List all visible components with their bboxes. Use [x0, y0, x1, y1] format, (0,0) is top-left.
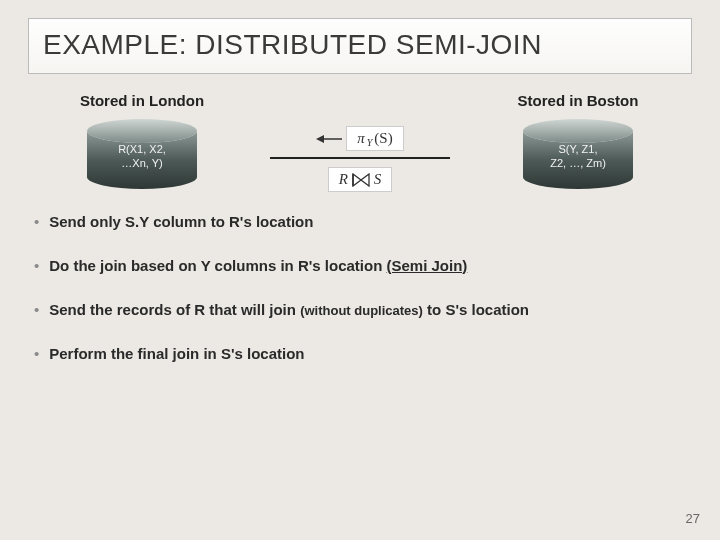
projection-formula: π Y (S) [346, 126, 403, 151]
diagram-row: Stored in London [28, 92, 692, 191]
svg-marker-3 [353, 174, 361, 186]
join-left-rel: R [339, 171, 348, 188]
bullet-2-mid: (without duplicates) [300, 303, 423, 318]
relation-s-line1: S(Y, Z1, [559, 143, 598, 155]
svg-marker-4 [361, 174, 369, 186]
pi-argument: (S) [374, 130, 392, 147]
middle-column: π Y (S) R S [260, 126, 460, 192]
left-column: Stored in London [32, 92, 252, 191]
pi-subscript: Y [367, 137, 373, 148]
connector-line [270, 157, 450, 159]
bullet-2-suffix: to S's location [423, 301, 529, 318]
arrow-left-icon [316, 133, 342, 145]
relation-s-text: S(Y, Z1, Z2, …, Zm) [550, 137, 606, 171]
slide-title-box: EXAMPLE: DISTRIBUTED SEMI-JOIN [28, 18, 692, 74]
svg-marker-2 [316, 135, 324, 143]
slide-title: EXAMPLE: DISTRIBUTED SEMI-JOIN [43, 29, 677, 61]
bullet-item: Send only S.Y column to R's location [34, 213, 692, 231]
bullet-list: Send only S.Y column to R's location Do … [28, 213, 692, 363]
cylinder-s: S(Y, Z1, Z2, …, Zm) [518, 117, 638, 191]
right-location-label: Stored in Boston [518, 92, 639, 109]
join-right-rel: S [374, 171, 382, 188]
semijoin-formula: R S [328, 167, 393, 192]
relation-r-text: R(X1, X2, …Xn, Y) [118, 137, 166, 171]
semijoin-icon [352, 173, 370, 187]
bullet-item: Do the join based on Y columns in R's lo… [34, 257, 692, 275]
right-column: Stored in Boston S(Y, Z1, Z2, …, Zm) [468, 92, 688, 191]
page-number: 27 [686, 511, 700, 526]
bullet-item: Send the records of R that will join (wi… [34, 301, 692, 319]
projection-row: π Y (S) [316, 126, 403, 151]
bullet-item: Perform the final join in S's location [34, 345, 692, 363]
bullet-3-text: Perform the final join in S's location [49, 345, 304, 362]
bullet-1-emph: (Semi Join) [387, 257, 468, 274]
bullet-1-prefix: Do the join based on Y columns in R's lo… [49, 257, 386, 274]
relation-r-line2: …Xn, Y) [121, 157, 162, 169]
relation-s-line2: Z2, …, Zm) [550, 157, 606, 169]
left-location-label: Stored in London [80, 92, 204, 109]
bullet-0-text: Send only S.Y column to R's location [49, 213, 313, 230]
relation-r-line1: R(X1, X2, [118, 143, 166, 155]
cylinder-r: R(X1, X2, …Xn, Y) [82, 117, 202, 191]
bullet-2-prefix: Send the records of R that will join [49, 301, 300, 318]
pi-symbol: π [357, 130, 365, 147]
